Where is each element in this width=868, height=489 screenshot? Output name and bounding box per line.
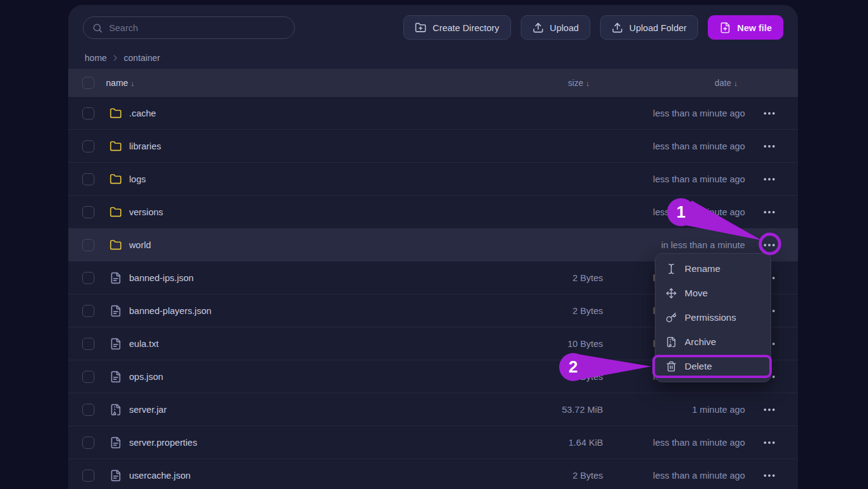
file-size: 2 Bytes [573, 294, 603, 327]
context-menu: Rename Move Permissions Archive Delete [655, 253, 771, 382]
file-name[interactable]: server.jar [129, 393, 167, 426]
folder-icon [110, 173, 122, 185]
move-icon [666, 288, 677, 299]
file-archive-icon [666, 337, 677, 348]
breadcrumb-home[interactable]: home [85, 53, 107, 63]
table-row[interactable]: versionsless than a minute ago [68, 196, 798, 229]
table-header: name↓ size↓ date↓ [68, 69, 798, 97]
context-menu-item-archive[interactable]: Archive [655, 330, 771, 354]
row-menu-button[interactable] [761, 437, 778, 449]
file-size: 53.72 MiB [562, 393, 603, 426]
file-icon [110, 272, 122, 284]
file-date: less than a minute ago [653, 97, 745, 130]
file-name[interactable]: logs [129, 163, 146, 196]
menu-item-label: Rename [685, 263, 721, 274]
row-menu-button[interactable] [761, 239, 778, 251]
button-label: Upload Folder [629, 23, 686, 33]
context-menu-item-delete[interactable]: Delete [655, 354, 771, 379]
button-label: Upload [550, 23, 579, 33]
table-row[interactable]: .cacheless than a minute ago [68, 97, 798, 130]
file-icon [110, 437, 122, 449]
row-menu-button[interactable] [761, 107, 778, 120]
trash-icon [666, 361, 677, 372]
file-date: less than a minute ago [653, 459, 745, 489]
file-plus-icon [719, 22, 731, 34]
column-header-size[interactable]: size↓ [568, 69, 590, 98]
upload-button[interactable]: Upload [521, 15, 591, 40]
row-menu-button[interactable] [761, 404, 778, 416]
row-checkbox[interactable] [82, 239, 94, 251]
row-menu-button[interactable] [761, 140, 778, 152]
create-directory-button[interactable]: Create Directory [403, 15, 510, 40]
row-checkbox[interactable] [82, 206, 94, 218]
menu-item-label: Archive [685, 337, 716, 348]
table-row[interactable]: server.jar53.72 MiB1 minute ago [68, 393, 798, 426]
menu-item-label: Move [685, 288, 708, 299]
breadcrumb: home container [85, 52, 160, 64]
table-row[interactable]: server.properties1.64 KiBless than a min… [68, 426, 798, 459]
row-menu-button[interactable] [761, 206, 778, 218]
row-checkbox[interactable] [82, 173, 94, 185]
menu-item-label: Delete [685, 361, 712, 372]
table-row[interactable]: logsless than a minute ago [68, 163, 798, 196]
breadcrumb-container[interactable]: container [124, 53, 160, 63]
table-row[interactable]: librariesless than a minute ago [68, 130, 798, 163]
search-icon [92, 23, 103, 34]
search-input[interactable] [109, 23, 286, 33]
column-header-name[interactable]: name↓ [106, 69, 135, 98]
file-size: 2 Bytes [573, 360, 603, 393]
file-name[interactable]: eula.txt [129, 327, 158, 360]
row-checkbox[interactable] [82, 272, 94, 284]
file-manager-panel: home container Create Directory Upload U… [68, 5, 798, 489]
row-checkbox[interactable] [82, 107, 94, 120]
file-icon [110, 338, 122, 350]
toolbar-actions: Create Directory Upload Upload Folder Ne… [403, 15, 783, 40]
context-menu-item-rename[interactable]: Rename [655, 257, 771, 281]
row-checkbox[interactable] [82, 404, 94, 416]
file-size: 10 Bytes [568, 327, 603, 360]
row-checkbox[interactable] [82, 469, 94, 482]
folder-icon [110, 239, 122, 251]
sort-desc-icon: ↓ [734, 79, 738, 88]
row-checkbox[interactable] [82, 140, 94, 152]
file-name[interactable]: versions [129, 196, 163, 229]
file-date: less than a minute ago [653, 196, 745, 229]
search-box[interactable] [83, 16, 295, 39]
folder-plus-icon [415, 22, 426, 34]
upload-icon [612, 22, 623, 34]
row-menu-button[interactable] [761, 173, 778, 185]
file-date: less than a minute ago [653, 426, 745, 459]
column-header-date[interactable]: date↓ [715, 69, 738, 98]
file-size: 2 Bytes [573, 459, 603, 489]
file-date: less than a minute ago [653, 130, 745, 163]
row-checkbox[interactable] [82, 338, 94, 350]
row-checkbox[interactable] [82, 305, 94, 317]
button-label: New file [737, 23, 772, 33]
file-name[interactable]: usercache.json [129, 459, 191, 489]
context-menu-item-permissions[interactable]: Permissions [655, 305, 771, 330]
folder-icon [110, 140, 122, 152]
file-name[interactable]: banned-ips.json [129, 262, 194, 294]
upload-icon [532, 22, 544, 34]
file-name[interactable]: .cache [129, 97, 156, 130]
file-manager-screen: home container Create Directory Upload U… [0, 0, 868, 489]
file-date: 1 minute ago [692, 393, 745, 426]
row-checkbox[interactable] [82, 371, 94, 383]
chevron-right-icon [111, 54, 119, 62]
file-name[interactable]: server.properties [129, 426, 197, 459]
file-name[interactable]: libraries [129, 130, 161, 163]
file-name[interactable]: ops.json [129, 360, 163, 393]
file-name[interactable]: world [129, 229, 151, 262]
row-menu-button[interactable] [761, 469, 778, 482]
file-name[interactable]: banned-players.json [129, 294, 211, 327]
file-size: 1.64 KiB [568, 426, 603, 459]
upload-folder-button[interactable]: Upload Folder [600, 15, 698, 40]
file-size: 2 Bytes [573, 262, 603, 294]
table-row[interactable]: usercache.json2 Bytesless than a minute … [68, 459, 798, 489]
new-file-button[interactable]: New file [708, 15, 783, 40]
select-all-checkbox[interactable] [82, 77, 94, 89]
folder-icon [110, 206, 122, 218]
row-checkbox[interactable] [82, 437, 94, 449]
context-menu-item-move[interactable]: Move [655, 281, 771, 305]
text-cursor-icon [666, 263, 677, 274]
